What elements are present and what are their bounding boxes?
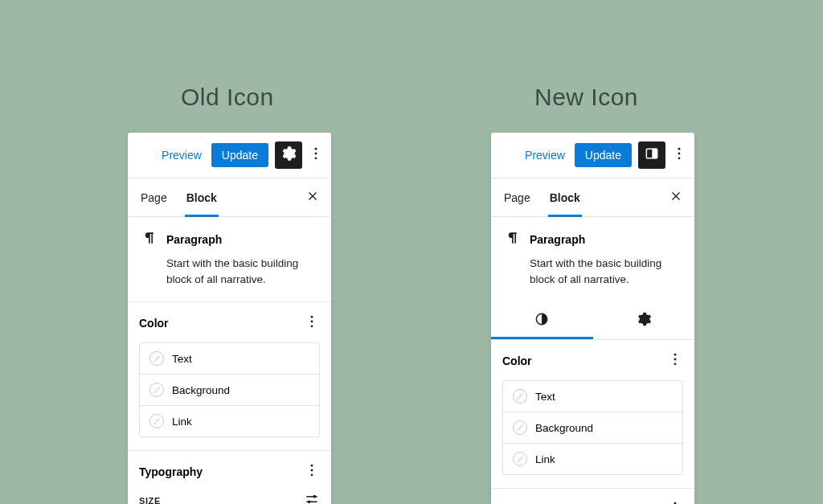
paragraph-icon [504, 230, 520, 249]
panel-new: Preview Update Page Block [491, 133, 694, 504]
close-inspector-button[interactable] [305, 189, 320, 206]
svg-point-15 [678, 157, 681, 159]
block-name: Paragraph [166, 233, 222, 246]
more-options-button[interactable] [672, 145, 686, 165]
settings-button[interactable] [275, 141, 302, 169]
panel-old: Preview Update Page Block [128, 133, 331, 504]
color-section-options[interactable] [304, 313, 320, 333]
svg-rect-12 [653, 149, 657, 158]
color-section: Color Text Background Lin [128, 302, 331, 451]
svg-point-4 [311, 321, 313, 323]
more-vertical-icon [667, 356, 683, 370]
block-description-text: Start with the basic building block of a… [141, 256, 320, 287]
color-row-background[interactable]: Background [503, 412, 682, 443]
close-inspector-button[interactable] [669, 189, 683, 206]
sidebar-icon [644, 145, 660, 165]
editor-toolbar: Preview Update [491, 133, 694, 178]
tab-page[interactable]: Page [139, 178, 169, 217]
swatch-none-icon [513, 389, 527, 404]
gear-icon [280, 145, 297, 165]
update-button[interactable]: Update [575, 143, 632, 167]
swatch-none-icon [513, 452, 527, 466]
color-section-title: Color [502, 354, 532, 367]
caption-new-icon: New Icon [534, 84, 638, 111]
svg-point-2 [315, 157, 317, 159]
half-circle-icon [534, 311, 550, 330]
more-options-button[interactable] [309, 145, 323, 165]
size-label: SIZE [139, 496, 161, 504]
tab-block[interactable]: Block [548, 178, 582, 217]
color-row-label: Link [535, 453, 555, 465]
editor-toolbar: Preview Update [128, 133, 331, 178]
more-vertical-icon [308, 145, 324, 165]
update-button[interactable]: Update [211, 143, 268, 167]
more-vertical-icon [304, 318, 320, 332]
svg-point-3 [311, 316, 313, 318]
block-description: Paragraph Start with the basic building … [491, 217, 694, 301]
svg-point-6 [311, 465, 313, 467]
color-row-background[interactable]: Background [140, 374, 319, 405]
settings-button[interactable] [638, 141, 665, 169]
block-description-text: Start with the basic building block of a… [504, 256, 683, 287]
svg-point-5 [311, 326, 313, 328]
subtab-styles[interactable] [491, 301, 593, 339]
preview-button[interactable]: Preview [522, 145, 568, 166]
color-row-label: Text [535, 391, 555, 403]
style-subtabs [491, 301, 694, 340]
color-section-options[interactable] [667, 351, 683, 371]
more-vertical-icon [671, 145, 687, 165]
swatch-none-icon [149, 414, 164, 428]
color-row-link[interactable]: Link [140, 405, 319, 436]
typography-section: Typography SIZE Default [128, 451, 331, 504]
swatch-none-icon [513, 420, 527, 435]
color-section: Color Text Background Lin [491, 340, 694, 489]
color-row-label: Link [172, 416, 192, 428]
size-custom-toggle[interactable] [304, 491, 320, 504]
preview-button[interactable]: Preview [158, 145, 205, 166]
color-row-link[interactable]: Link [503, 443, 682, 474]
svg-point-8 [311, 474, 313, 477]
svg-point-1 [315, 153, 317, 155]
typography-section-title: Typography [139, 465, 203, 478]
inspector-tabs: Page Block [491, 178, 694, 217]
block-description: Paragraph Start with the basic building … [128, 217, 331, 302]
svg-point-18 [674, 359, 677, 361]
sliders-icon [304, 496, 320, 504]
tab-page[interactable]: Page [502, 178, 532, 217]
inspector-tabs: Page Block [128, 178, 331, 217]
close-icon [669, 193, 683, 206]
swatch-none-icon [149, 351, 164, 366]
svg-point-0 [315, 148, 317, 150]
svg-point-13 [678, 148, 681, 150]
caption-old-icon: Old Icon [181, 84, 274, 111]
svg-point-10 [308, 501, 311, 504]
color-row-label: Text [172, 353, 192, 365]
svg-point-7 [311, 469, 313, 472]
svg-point-17 [674, 354, 677, 356]
more-vertical-icon [304, 467, 320, 481]
svg-point-19 [674, 363, 677, 366]
block-name: Paragraph [530, 233, 585, 246]
gear-icon [636, 311, 652, 330]
close-icon [305, 193, 320, 206]
typography-section-options[interactable] [667, 500, 683, 504]
svg-point-9 [313, 495, 317, 498]
color-row-text[interactable]: Text [140, 343, 319, 374]
typography-section-options[interactable] [304, 462, 320, 481]
swatch-none-icon [149, 383, 164, 397]
color-row-text[interactable]: Text [503, 381, 682, 412]
color-row-label: Background [172, 384, 230, 396]
tab-block[interactable]: Block [185, 178, 219, 217]
color-section-title: Color [139, 317, 169, 330]
color-row-label: Background [535, 422, 593, 434]
subtab-settings[interactable] [593, 301, 695, 339]
typography-section: Typography [491, 489, 694, 504]
svg-point-14 [678, 153, 681, 155]
paragraph-icon [141, 230, 157, 249]
